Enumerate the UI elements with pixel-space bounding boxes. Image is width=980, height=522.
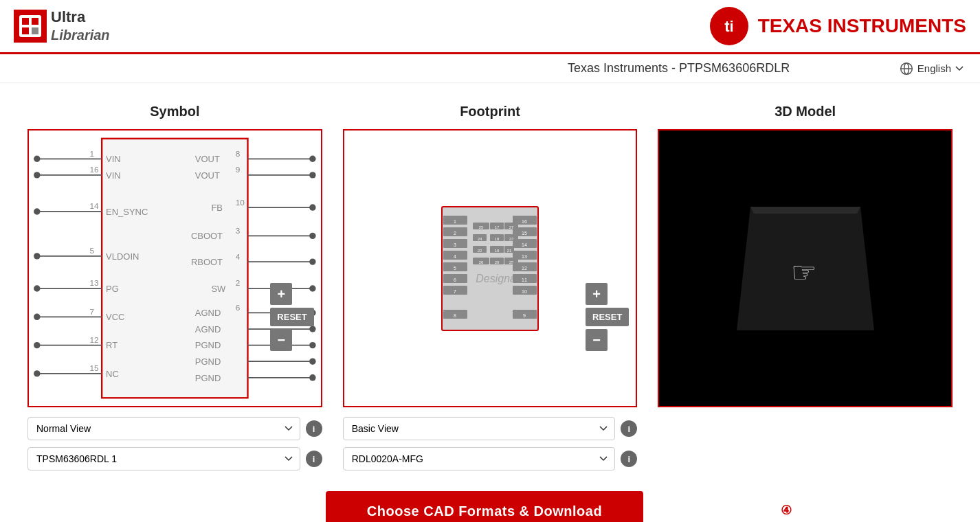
- header-top: Ultra Librarian ti TEXAS INSTRUMENTS: [0, 0, 980, 54]
- svg-text:7: 7: [454, 289, 456, 294]
- logo-text: Ultra Librarian: [51, 8, 110, 45]
- svg-text:10: 10: [236, 198, 245, 207]
- svg-text:RBOOT: RBOOT: [191, 257, 223, 267]
- svg-text:17: 17: [495, 225, 500, 229]
- symbol-preview[interactable]: VIN 1 VIN 16 EN_SYNC 14 VLDOIN: [27, 129, 322, 407]
- footprint-reset[interactable]: RESET: [586, 308, 629, 326]
- footprint-area: 1 2 3 4 5: [344, 130, 636, 406]
- svg-point-24: [34, 253, 40, 259]
- footprint-view-info[interactable]: i: [621, 420, 637, 437]
- svg-point-78: [309, 358, 315, 364]
- symbol-zoom-in[interactable]: +: [270, 283, 292, 305]
- svg-text:9: 9: [523, 313, 526, 318]
- svg-text:9: 9: [236, 165, 241, 174]
- svg-text:VIN: VIN: [106, 154, 121, 164]
- svg-text:FB: FB: [211, 203, 223, 213]
- svg-text:12: 12: [522, 266, 527, 271]
- footprint-view-row: Basic View Detailed View i: [343, 417, 638, 440]
- svg-point-32: [34, 314, 40, 320]
- svg-text:6: 6: [454, 277, 456, 282]
- language-selector[interactable]: English: [900, 62, 964, 76]
- svg-rect-10: [102, 139, 247, 398]
- symbol-view-info[interactable]: i: [306, 420, 322, 437]
- symbol-reset[interactable]: RESET: [270, 308, 313, 326]
- svg-text:RT: RT: [106, 340, 118, 350]
- svg-text:15: 15: [89, 363, 99, 372]
- footprint-part-row: RDL0020A-MFG RDL0020A i: [343, 447, 638, 470]
- svg-text:6: 6: [236, 303, 241, 312]
- footprint-zoom-out[interactable]: −: [586, 329, 608, 351]
- svg-text:14: 14: [89, 201, 99, 210]
- symbol-part-select[interactable]: TPSM63606RDL 1 TPSM63606RDL 2: [27, 447, 300, 470]
- svg-text:1: 1: [89, 149, 94, 158]
- svg-rect-2: [32, 18, 38, 25]
- svg-text:1: 1: [454, 219, 456, 224]
- model3d-title: 3D Model: [658, 104, 953, 120]
- footprint-zoom-in[interactable]: +: [586, 283, 608, 305]
- globe-icon: [900, 62, 913, 76]
- symbol-zoom-out[interactable]: −: [270, 329, 292, 351]
- svg-point-52: [309, 204, 315, 210]
- svg-text:4: 4: [236, 252, 241, 261]
- footprint-column: Footprint 1 2: [343, 104, 638, 470]
- svg-point-40: [34, 370, 40, 376]
- symbol-part-info[interactable]: i: [306, 451, 322, 467]
- model3d-preview[interactable]: ☞: [658, 129, 953, 407]
- svg-text:VLDOIN: VLDOIN: [106, 251, 139, 262]
- symbol-view-select[interactable]: Normal View Hidden: [27, 417, 300, 440]
- footprint-part-info[interactable]: i: [621, 451, 637, 467]
- svg-point-48: [309, 172, 315, 178]
- svg-text:2: 2: [454, 231, 456, 236]
- model3d-area: ☞: [659, 130, 951, 406]
- svg-rect-1: [22, 18, 29, 25]
- ti-logo: ti TEXAS INSTRUMENTS: [709, 5, 966, 47]
- svg-text:5: 5: [89, 246, 94, 255]
- svg-text:ti: ti: [724, 18, 733, 35]
- svg-text:SW: SW: [211, 284, 226, 294]
- svg-marker-148: [750, 207, 860, 214]
- svg-text:13: 13: [89, 278, 99, 287]
- download-button[interactable]: Choose CAD Formats & Download: [326, 491, 643, 522]
- header-sub: Texas Instruments - PTPSM63606RDLR Engli…: [0, 54, 980, 83]
- footprint-preview[interactable]: 1 2 3 4 5: [343, 129, 638, 407]
- svg-text:15: 15: [522, 231, 527, 236]
- svg-text:EN_SYNC: EN_SYNC: [106, 207, 148, 217]
- footprint-part-select[interactable]: RDL0020A-MFG RDL0020A: [343, 447, 616, 470]
- svg-text:16: 16: [522, 219, 527, 224]
- model3d-svg: ☞: [723, 193, 888, 344]
- language-label: English: [917, 63, 951, 74]
- svg-text:8: 8: [236, 149, 241, 158]
- svg-text:CBOOT: CBOOT: [191, 231, 223, 241]
- footprint-zoom-controls: + RESET −: [586, 283, 629, 351]
- page-title: Texas Instruments - PTPSM63606RDLR: [458, 61, 899, 76]
- ti-company-name: TEXAS INSTRUMENTS: [758, 16, 966, 37]
- logo-icon-box: [14, 10, 47, 43]
- symbol-zoom-controls: + RESET −: [270, 283, 313, 351]
- ultra-librarian-logo: Ultra Librarian: [14, 8, 110, 45]
- svg-text:PGND: PGND: [195, 373, 221, 383]
- svg-text:☞: ☞: [791, 256, 817, 288]
- svg-point-44: [309, 156, 315, 162]
- svg-text:8: 8: [454, 313, 456, 318]
- footprint-controls: Basic View Detailed View i RDL0020A-MFG …: [343, 417, 638, 470]
- svg-text:PGND: PGND: [195, 340, 221, 350]
- symbol-title: Symbol: [27, 104, 322, 120]
- svg-text:2: 2: [236, 278, 241, 287]
- svg-text:16: 16: [89, 165, 99, 174]
- svg-text:22: 22: [478, 249, 482, 253]
- svg-point-36: [34, 342, 40, 348]
- svg-point-16: [34, 172, 40, 178]
- svg-point-28: [34, 285, 40, 291]
- svg-text:26: 26: [479, 260, 484, 264]
- footprint-view-select[interactable]: Basic View Detailed View: [343, 417, 616, 440]
- symbol-part-row: TPSM63606RDL 1 TPSM63606RDL 2 i: [27, 447, 322, 470]
- svg-text:13: 13: [522, 254, 527, 259]
- svg-point-12: [34, 156, 40, 162]
- svg-text:5: 5: [454, 266, 456, 271]
- svg-text:11: 11: [522, 277, 527, 282]
- step-badge: ④: [781, 503, 792, 518]
- svg-text:VOUT: VOUT: [195, 170, 220, 181]
- svg-text:VOUT: VOUT: [195, 154, 220, 164]
- svg-text:3: 3: [236, 226, 241, 235]
- svg-text:3: 3: [454, 242, 456, 247]
